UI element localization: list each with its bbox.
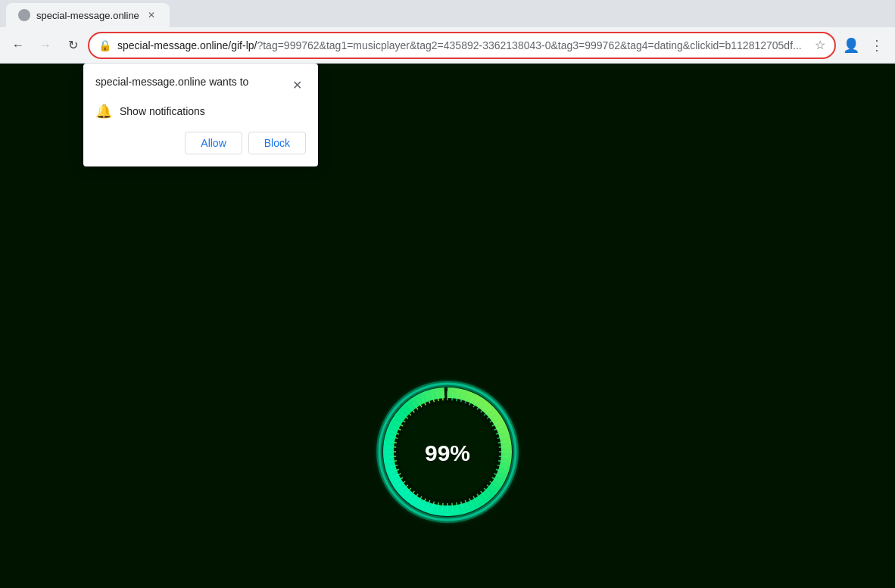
tab-close-button[interactable]: ✕: [145, 9, 157, 21]
address-bar-url: special-message.online/gif-lp/?tag=99976…: [117, 39, 809, 51]
lock-icon: 🔒: [98, 39, 111, 51]
url-path: ?tag=999762&tag1=musicplayer&tag2=435892…: [257, 39, 801, 51]
reload-button[interactable]: ↻: [61, 33, 85, 58]
bell-icon: 🔔: [95, 103, 112, 120]
url-domain: special-message.online/gif-lp/: [117, 39, 257, 51]
browser-frame: special-message.online ✕ ← → ↻ 🔒 special…: [0, 0, 895, 588]
toolbar: ← → ↻ 🔒 special-message.online/gif-lp/?t…: [0, 27, 895, 64]
tab-title: special-message.online: [36, 10, 139, 21]
menu-button[interactable]: ⋮: [865, 33, 889, 58]
popup-title: special-message.online wants to: [95, 76, 248, 88]
permission-popup: special-message.online wants to ✕ 🔔 Show…: [83, 64, 318, 166]
progress-circle-svg: 99%: [372, 376, 523, 527]
bookmark-icon[interactable]: ☆: [815, 38, 825, 52]
toolbar-right: 👤 ⋮: [839, 33, 889, 58]
allow-button[interactable]: Allow: [185, 132, 242, 154]
popup-close-button[interactable]: ✕: [288, 76, 306, 94]
active-tab[interactable]: special-message.online ✕: [6, 3, 170, 27]
profile-button[interactable]: 👤: [839, 33, 863, 58]
block-button[interactable]: Block: [248, 132, 306, 154]
popup-permission-row: 🔔 Show notifications: [95, 103, 306, 120]
progress-text: 99%: [425, 440, 470, 465]
popup-permission-text: Show notifications: [120, 105, 205, 117]
address-bar[interactable]: 🔒 special-message.online/gif-lp/?tag=999…: [88, 32, 836, 59]
forward-button[interactable]: →: [33, 33, 58, 58]
tab-bar: special-message.online ✕: [0, 0, 895, 27]
popup-buttons: Allow Block: [95, 132, 306, 154]
tab-favicon: [18, 9, 30, 21]
progress-container: 99%: [372, 376, 523, 527]
back-button[interactable]: ←: [6, 33, 30, 58]
popup-header: special-message.online wants to ✕: [95, 76, 306, 94]
page-content: special-message.online wants to ✕ 🔔 Show…: [0, 64, 895, 588]
